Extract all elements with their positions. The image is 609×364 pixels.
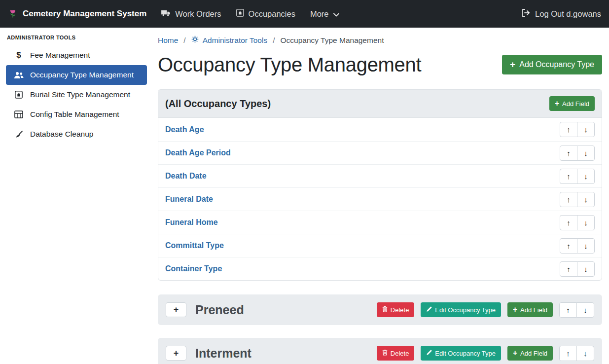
nav-work-orders-label: Work Orders [175,9,221,19]
add-field-button[interactable]: + Add Field [549,96,595,111]
delete-button[interactable]: Delete [377,346,415,361]
broom-icon [14,130,24,139]
field-link[interactable]: Death Age Period [165,148,231,157]
move-up-button[interactable]: ↑ [560,215,577,230]
all-occupancy-types-card: (All Occupancy Types) + Add Field Death … [158,89,602,281]
delete-button[interactable]: Delete [377,302,415,317]
field-link[interactable]: Death Age [165,125,204,134]
add-field-label: Add Field [520,306,547,314]
arrow-up-icon: ↑ [567,125,571,134]
sidebar-item-label: Burial Site Type Management [30,90,130,99]
breadcrumb-admin-tools-label: Administrator Tools [203,36,268,45]
reorder-button-group: ↑ ↓ [560,192,595,207]
sidebar-item-fee-management[interactable]: $ Fee Management [6,45,147,65]
breadcrumb: Home / Administrator Tools / Occupancy T… [158,36,602,45]
move-down-button[interactable]: ↓ [577,261,595,277]
expand-section-button[interactable]: + [166,346,186,361]
move-down-button[interactable]: ↓ [576,302,594,318]
expand-section-button[interactable]: + [166,302,186,317]
field-link[interactable]: Committal Type [165,241,224,250]
move-down-button[interactable]: ↓ [577,192,595,207]
move-down-button[interactable]: ↓ [577,215,595,230]
move-up-button[interactable]: ↑ [560,192,577,207]
pencil-icon [426,306,432,314]
plus-icon: + [174,349,179,358]
headstone-icon [236,9,244,19]
arrow-down-icon: ↓ [584,242,588,250]
move-up-button[interactable]: ↑ [559,346,577,361]
nav-work-orders[interactable]: Work Orders [161,9,221,19]
move-down-button[interactable]: ↓ [576,346,594,361]
field-row: Committal Type ↑ ↓ [158,234,602,257]
move-up-button[interactable]: ↑ [559,302,577,318]
field-rows: Death Age ↑ ↓ Death Age Period ↑ ↓ Death… [158,118,602,280]
nav-more[interactable]: More [310,9,339,19]
sidebar-item-occupancy-type-management[interactable]: Occupancy Type Management [6,65,147,85]
pencil-icon [426,350,432,357]
sidebar-item-label: Config Table Management [30,110,119,119]
sidebar-item-label: Occupancy Type Management [30,71,134,79]
field-row: Funeral Home ↑ ↓ [158,211,602,234]
arrow-up-icon: ↑ [567,195,571,204]
main-nav: Work Orders Occupancies More [146,9,339,19]
field-link[interactable]: Container Type [165,264,222,273]
app-title: Cemetery Management System [23,9,146,19]
nav-more-label: More [310,9,329,19]
move-up-button[interactable]: ↑ [560,238,577,254]
move-up-button[interactable]: ↑ [560,122,577,137]
arrow-down-icon: ↓ [583,349,587,358]
edit-occupancy-type-button[interactable]: Edit Occupancy Type [421,346,501,361]
move-down-button[interactable]: ↓ [577,238,595,254]
reorder-button-group: ↑ ↓ [560,122,595,137]
arrow-down-icon: ↓ [584,125,588,134]
move-down-button[interactable]: ↓ [577,122,595,137]
breadcrumb-admin-tools-link[interactable]: Administrator Tools [191,36,268,45]
move-up-button[interactable]: ↑ [560,261,577,277]
move-down-button[interactable]: ↓ [577,169,595,184]
sidebar-item-label: Database Cleanup [30,130,93,139]
sections-host: + Preneed Delete [158,294,602,364]
edit-occupancy-type-button[interactable]: Edit Occupancy Type [421,302,501,317]
app-brand[interactable]: Cemetery Management System [8,8,146,20]
add-field-button[interactable]: + Add Field [507,302,553,317]
page-title: Occupancy Type Management [158,53,421,76]
section-title: Preneed [195,303,244,317]
sidebar-item-database-cleanup[interactable]: Database Cleanup [6,124,147,144]
move-down-button[interactable]: ↓ [577,146,595,161]
plus-icon: + [510,60,515,69]
reorder-button-group: ↑ ↓ [560,215,595,230]
sidebar-item-burial-site-type-management[interactable]: Burial Site Type Management [6,85,147,105]
nav-occupancies[interactable]: Occupancies [236,9,295,19]
sidebar-item-config-table-management[interactable]: Config Table Management [6,105,147,124]
field-link[interactable]: Funeral Home [165,218,218,227]
reorder-button-group: ↑ ↓ [560,238,595,254]
add-field-button[interactable]: + Add Field [507,346,553,361]
add-occupancy-type-button[interactable]: + Add Occupancy Type [502,55,602,74]
occupancy-type-section: + Preneed Delete [158,294,602,325]
sidebar-heading: ADMINISTRATOR TOOLS [6,35,147,45]
move-up-button[interactable]: ↑ [560,169,577,184]
arrow-down-icon: ↓ [583,306,587,314]
arrow-down-icon: ↓ [584,172,588,181]
field-link[interactable]: Death Date [165,172,207,181]
arrow-down-icon: ↓ [584,218,588,227]
occupancy-type-section: + Interment Delete [158,338,602,364]
delete-label: Delete [391,350,409,357]
reorder-button-group: ↑ ↓ [560,146,595,161]
arrow-up-icon: ↑ [567,172,571,181]
field-row: Death Age Period ↑ ↓ [158,141,602,164]
field-link[interactable]: Funeral Date [165,195,213,204]
logout-button[interactable]: Log Out d.gowans [522,9,601,19]
gear-icon [191,36,199,45]
breadcrumb-home-link[interactable]: Home [158,36,178,45]
reorder-button-group: ↑ ↓ [560,169,595,184]
trash-icon [382,349,388,357]
chevron-down-icon [333,9,339,19]
nav-occupancies-label: Occupancies [249,9,295,19]
move-up-button[interactable]: ↑ [560,146,577,161]
arrow-up-icon: ↑ [566,349,570,358]
arrow-up-icon: ↑ [567,149,571,157]
dollar-icon: $ [14,50,24,60]
field-row: Death Age ↑ ↓ [158,118,602,141]
arrow-up-icon: ↑ [567,242,571,250]
